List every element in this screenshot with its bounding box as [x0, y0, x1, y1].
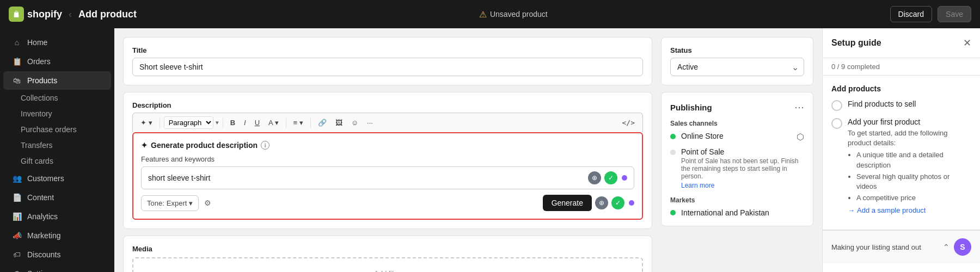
setup-item-first-product: Add your first product To get started, a… [831, 118, 971, 214]
sidebar-item-orders[interactable]: 📋 Orders [3, 52, 111, 71]
topbar-left: shopify ‹ Add product [9, 7, 137, 22]
sidebar-sub-label-inventory: Inventory [21, 109, 52, 118]
marketing-icon: 📣 [12, 231, 22, 240]
market-dot [670, 210, 676, 215]
shopify-bag-icon [9, 7, 24, 22]
keywords-value[interactable]: short sleeve t-shirt [148, 174, 210, 182]
learn-more-link[interactable]: Learn more [681, 182, 714, 189]
sidebar-item-discounts[interactable]: 🏷 Discounts [3, 245, 111, 264]
sidebar-item-home[interactable]: ⌂ Home [3, 33, 111, 52]
keywords-input-wrap: short sleeve t-shirt ⊕ ✓ [141, 166, 634, 189]
copy-icon-footer[interactable]: ⊕ [595, 196, 608, 209]
main-layout: ⌂ Home 📋 Orders 🛍 Products Collections I… [0, 28, 980, 272]
dot-icon-footer [629, 200, 634, 206]
check-icon[interactable]: ✓ [604, 171, 617, 184]
font-color-btn[interactable]: A ▾ [265, 116, 282, 129]
bullet-2: Several high quality photos or videos [856, 172, 971, 191]
expand-icon[interactable]: ⌃ [943, 243, 950, 251]
editor-toolbar: ✦ ▾ Paragraph ▾ B I U A ▾ ≡ ▾ 🔗 🖼 [132, 113, 643, 132]
back-arrow-icon[interactable]: ‹ [69, 9, 72, 20]
shopify-logo: shopify [9, 7, 62, 22]
sidebar-item-settings[interactable]: ⚙ Settings [3, 264, 111, 272]
emoji-btn[interactable]: ☺ [348, 116, 362, 129]
sidebar-sub-item-collections[interactable]: Collections [3, 90, 111, 106]
sidebar-sub-label-transfers: Transfers [21, 141, 53, 150]
sales-channels-label: Sales channels [670, 120, 804, 127]
paragraph-select[interactable]: Paragraph [164, 116, 213, 129]
pos-info: Point of Sale Point of Sale has not been… [681, 147, 804, 190]
generate-title: ✦ Generate product description i [141, 141, 634, 150]
toolbar-sep-2 [223, 118, 223, 128]
sidebar-item-customers[interactable]: 👥 Customers [3, 169, 111, 188]
sidebar-sub-item-inventory[interactable]: Inventory [3, 106, 111, 121]
media-label: Media [132, 245, 643, 253]
sidebar-item-marketing[interactable]: 📣 Marketing [3, 226, 111, 245]
keyword-icons: ⊕ ✓ [588, 171, 627, 184]
more-btn[interactable]: ··· [364, 116, 376, 129]
sidebar: ⌂ Home 📋 Orders 🛍 Products Collections I… [0, 28, 114, 272]
setup-item-2-bullets: A unique title and a detailed descriptio… [848, 150, 971, 203]
customers-icon: 👥 [12, 174, 22, 183]
channel-item-pos: Point of Sale Point of Sale has not been… [670, 147, 804, 190]
setup-close-button[interactable]: ✕ [963, 37, 971, 49]
toolbar-magic-btn[interactable]: ✦ ▾ [137, 116, 156, 129]
alert-icon: ⚠ [479, 9, 487, 20]
bullet-1: A unique title and a detailed descriptio… [856, 150, 971, 170]
tone-label: Tone: [147, 199, 164, 207]
check-icon-footer[interactable]: ✓ [611, 196, 624, 209]
market-item-international: International and Pakistan [670, 208, 804, 217]
publishing-more-btn[interactable]: ⋯ [794, 101, 804, 113]
sidebar-sub-item-purchase-orders[interactable]: Purchase orders [3, 122, 111, 137]
bold-btn[interactable]: B [227, 116, 238, 129]
pos-name: Point of Sale [681, 147, 804, 156]
link-btn[interactable]: 🔗 [315, 116, 330, 129]
title-input[interactable] [132, 58, 643, 76]
copy-icon[interactable]: ⊕ [588, 171, 601, 184]
status-select-wrap: Active Draft [670, 58, 804, 76]
image-btn[interactable]: 🖼 [332, 116, 346, 129]
unsaved-label: Unsaved product [490, 10, 548, 18]
online-store-btn[interactable]: ⬡ [797, 132, 804, 142]
save-button[interactable]: Save [938, 6, 971, 22]
sidebar-item-label-analytics: Analytics [27, 212, 58, 221]
setup-guide-title: Setup guide [831, 38, 881, 48]
keywords-label: Features and keywords [141, 155, 634, 163]
chevron-down-icon: ▾ [189, 199, 193, 207]
sidebar-item-label-content: Content [27, 193, 54, 202]
add-sample-product-link[interactable]: → Add a sample product [848, 206, 971, 214]
topbar: shopify ‹ Add product ⚠ Unsaved product … [0, 0, 980, 28]
description-label: Description [132, 101, 643, 109]
sidebar-sub-item-gift-cards[interactable]: Gift cards [3, 153, 111, 169]
pos-desc: Point of Sale has not been set up. Finis… [681, 157, 804, 180]
arrow-icon: → [848, 206, 855, 214]
discard-button[interactable]: Discard [890, 6, 932, 22]
status-select[interactable]: Active Draft [670, 58, 804, 76]
markets-section: Markets International and Pakistan [670, 196, 804, 217]
italic-btn[interactable]: I [241, 116, 249, 129]
description-card: Description ✦ ▾ Paragraph ▾ B I U A ▾ ≡ … [123, 92, 652, 229]
sidebar-sub-item-transfers[interactable]: Transfers [3, 138, 111, 153]
underline-btn[interactable]: U [252, 116, 263, 129]
home-icon: ⌂ [12, 38, 22, 47]
content-icon: 📄 [12, 193, 22, 202]
sidebar-item-label-customers: Customers [27, 174, 64, 183]
code-btn[interactable]: </> [619, 116, 638, 129]
tone-button[interactable]: Tone: Expert ▾ [141, 195, 199, 211]
shopify-brand-name: shopify [27, 9, 62, 20]
tone-select: Tone: Expert ▾ ⚙ [141, 195, 213, 211]
align-btn[interactable]: ≡ ▾ [290, 116, 307, 129]
unsaved-indicator: ⚠ Unsaved product [479, 9, 548, 20]
generate-button[interactable]: Generate [543, 195, 592, 211]
settings-btn[interactable]: ⚙ [202, 196, 213, 209]
sidebar-item-analytics[interactable]: 📊 Analytics [3, 207, 111, 226]
info-icon[interactable]: i [261, 141, 270, 150]
market-name: International and Pakistan [681, 208, 769, 217]
sidebar-item-content[interactable]: 📄 Content [3, 188, 111, 207]
setup-footer: Making your listing stand out ⌃ S [823, 230, 980, 263]
setup-item-2-content: Add your first product To get started, a… [848, 118, 971, 214]
generate-title-text: Generate product description [151, 141, 258, 150]
media-dropzone[interactable]: Add files [132, 257, 643, 272]
settings-icon: ⚙ [12, 269, 22, 272]
sidebar-item-products[interactable]: 🛍 Products [3, 71, 111, 90]
online-store-dot [670, 134, 676, 139]
